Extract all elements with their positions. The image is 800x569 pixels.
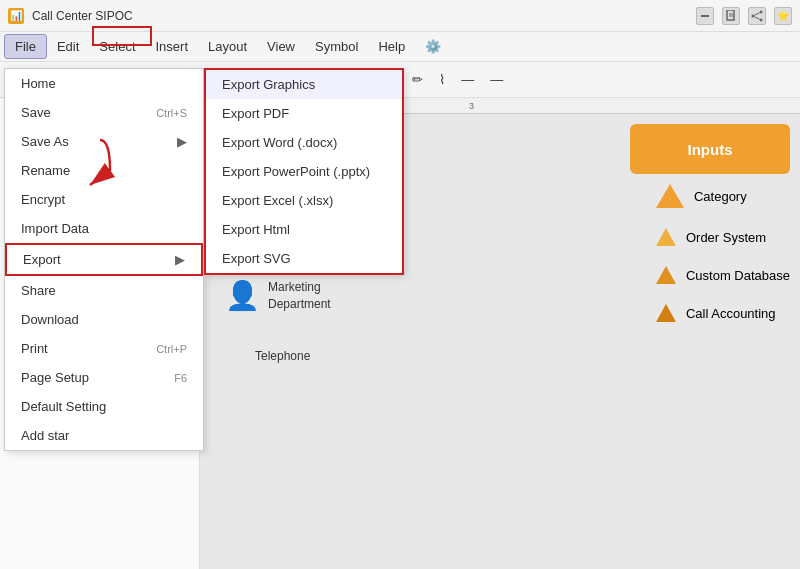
window-controls: ⭐	[696, 7, 792, 25]
right-item-accounting: Call Accounting	[656, 304, 790, 322]
marketing-dept-area: 👤 MarketingDepartment	[225, 279, 331, 313]
menu-import-data[interactable]: Import Data	[5, 214, 203, 243]
menu-edit[interactable]: Edit	[47, 35, 89, 58]
right-items: Category Order System Custom Database Ca…	[656, 184, 790, 322]
right-item-order: Order System	[656, 228, 790, 246]
dash2-btn[interactable]: —	[484, 70, 509, 89]
app-icon: 📊	[8, 8, 24, 24]
title-bar: 📊 Call Center SIPOC ⭐	[0, 0, 800, 32]
line-btn[interactable]: ✏	[406, 70, 429, 89]
svg-point-4	[752, 14, 755, 17]
menu-file[interactable]: File	[4, 34, 47, 59]
order-label: Order System	[686, 230, 766, 245]
export-pdf[interactable]: Export PDF	[206, 99, 402, 128]
menu-view[interactable]: View	[257, 35, 305, 58]
menu-download[interactable]: Download	[5, 305, 203, 334]
menu-bar: File Edit Select Insert Layout View Symb…	[0, 32, 800, 62]
triangle-icon-3	[656, 266, 676, 284]
right-item-category: Category	[656, 184, 790, 208]
menu-insert[interactable]: Insert	[146, 35, 199, 58]
menu-settings[interactable]: ⚙️	[415, 35, 451, 58]
right-item-database: Custom Database	[656, 266, 790, 284]
menu-print[interactable]: Print Ctrl+P	[5, 334, 203, 363]
svg-point-6	[760, 18, 763, 21]
share-icon[interactable]	[748, 7, 766, 25]
accounting-label: Call Accounting	[686, 306, 776, 321]
menu-rename[interactable]: Rename	[5, 156, 203, 185]
marketing-dept-text: MarketingDepartment	[268, 279, 331, 313]
menu-select[interactable]: Select	[89, 35, 145, 58]
menu-page-setup[interactable]: Page Setup F6	[5, 363, 203, 392]
category-label: Category	[694, 189, 747, 204]
menu-help[interactable]: Help	[368, 35, 415, 58]
minimize-btn[interactable]	[696, 7, 714, 25]
inputs-box: Inputs	[630, 124, 790, 174]
window-title: Call Center SIPOC	[32, 9, 696, 23]
export-graphics[interactable]: Export Graphics	[206, 70, 402, 99]
svg-rect-1	[727, 10, 734, 20]
svg-line-7	[755, 12, 760, 14]
menu-encrypt[interactable]: Encrypt	[5, 185, 203, 214]
menu-layout[interactable]: Layout	[198, 35, 257, 58]
document-icon[interactable]	[722, 7, 740, 25]
menu-symbol[interactable]: Symbol	[305, 35, 368, 58]
export-word[interactable]: Export Word (.docx)	[206, 128, 402, 157]
menu-share[interactable]: Share	[5, 276, 203, 305]
export-powerpoint[interactable]: Export PowerPoint (.pptx)	[206, 157, 402, 186]
file-menu[interactable]: Home Save Ctrl+S Save As ▶ Rename Encryp…	[4, 68, 204, 451]
telephone-text: Telephone	[255, 349, 310, 363]
triangle-icon-2	[656, 228, 676, 246]
person-icon: 👤	[225, 279, 260, 312]
export-submenu[interactable]: Export Graphics Export PDF Export Word (…	[204, 68, 404, 275]
svg-point-5	[760, 10, 763, 13]
menu-save-as[interactable]: Save As ▶	[5, 127, 203, 156]
triangle-icon-4	[656, 304, 676, 322]
line-style-btn[interactable]: ⌇	[433, 70, 451, 89]
triangle-icon-1	[656, 184, 684, 208]
database-label: Custom Database	[686, 268, 790, 283]
star-icon[interactable]: ⭐	[774, 7, 792, 25]
menu-add-star[interactable]: Add star	[5, 421, 203, 450]
svg-line-8	[755, 16, 760, 18]
menu-default-setting[interactable]: Default Setting	[5, 392, 203, 421]
export-excel[interactable]: Export Excel (.xlsx)	[206, 186, 402, 215]
menu-export[interactable]: Export ▶	[5, 243, 203, 276]
export-html[interactable]: Export Html	[206, 215, 402, 244]
menu-home[interactable]: Home	[5, 69, 203, 98]
dash-btn[interactable]: —	[455, 70, 480, 89]
menu-save[interactable]: Save Ctrl+S	[5, 98, 203, 127]
export-svg[interactable]: Export SVG	[206, 244, 402, 273]
svg-rect-0	[701, 15, 709, 17]
